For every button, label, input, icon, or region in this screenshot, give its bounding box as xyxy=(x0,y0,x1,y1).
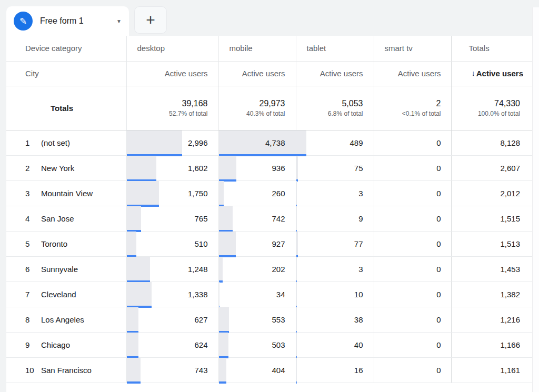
add-tab-button[interactable]: + xyxy=(134,6,167,34)
arrow-down-icon: ↓ xyxy=(472,69,475,77)
row-index: 10 xyxy=(6,366,41,375)
totals-cell-totals: 74,330100.0% of total xyxy=(452,86,539,130)
metric-value: 927 xyxy=(272,239,285,248)
metric-value: 16 xyxy=(354,366,363,375)
column-header-tablet[interactable]: tablet xyxy=(296,36,374,61)
metric-value: 0 xyxy=(436,164,441,173)
metric-value: 3 xyxy=(358,265,363,274)
metric-cell-totals: 1,515 xyxy=(452,206,539,231)
metric-cell-mobile: 34 xyxy=(218,282,296,307)
data-bar xyxy=(296,130,305,155)
table-row: 1(not set)2,9964,73848908,128 xyxy=(6,130,539,155)
data-bar xyxy=(127,358,141,383)
pencil-icon: ✎ xyxy=(14,12,33,31)
metric-value: 2,996 xyxy=(188,138,208,147)
metric-cell-smart_tv: 0 xyxy=(374,256,452,282)
metric-value: 1,338 xyxy=(188,290,208,299)
totals-value: 5,053 xyxy=(296,99,363,108)
metric-value: 489 xyxy=(350,138,363,147)
table-row: 2New York1,6029367502,607 xyxy=(6,155,539,180)
metric-value: 0 xyxy=(436,214,441,223)
dimension-header: Device category xyxy=(6,36,126,61)
metric-value: 1,382 xyxy=(500,290,520,299)
column-header-smart_tv[interactable]: smart tv xyxy=(374,36,452,61)
metric-value: 4,738 xyxy=(265,138,285,147)
city-cell: 7Cleveland xyxy=(6,282,126,307)
metric-value: 553 xyxy=(272,315,285,324)
metric-cell-tablet: 3 xyxy=(296,180,374,206)
metric-value: 1,515 xyxy=(500,214,520,223)
column-header-desktop[interactable]: desktop xyxy=(126,36,218,61)
metric-cell-smart_tv: 0 xyxy=(374,155,452,180)
metric-cell-totals: 8,128 xyxy=(452,130,539,155)
city-cell: 8Los Angeles xyxy=(6,307,126,332)
metric-header-mobile[interactable]: Active users xyxy=(218,61,296,86)
vertical-scrollbar[interactable] xyxy=(532,7,539,392)
city-cell: 4San Jose xyxy=(6,206,126,231)
totals-value: 29,973 xyxy=(219,99,285,108)
row-index: 9 xyxy=(6,340,41,349)
metric-cell-mobile: 503 xyxy=(218,332,296,357)
metric-cell-totals: 1,453 xyxy=(452,256,539,282)
city-name: Los Angeles xyxy=(41,315,84,324)
tab-strip: ✎ Free form 1 ▼ + xyxy=(0,0,539,36)
totals-value: 39,168 xyxy=(127,99,208,108)
metric-value: 75 xyxy=(354,164,363,173)
metric-value: 8,128 xyxy=(500,138,520,147)
table-row: 3Mountain View1,750260302,012 xyxy=(6,180,539,206)
metric-value: 1,602 xyxy=(188,164,208,173)
metric-cell-tablet: 40 xyxy=(296,332,374,357)
metric-cell-tablet: 75 xyxy=(296,155,374,180)
metric-cell-mobile: 260 xyxy=(218,180,296,206)
metric-cell-totals: 2,012 xyxy=(452,180,539,206)
row-index: 7 xyxy=(6,290,41,299)
totals-percent: 52.7% of total xyxy=(127,110,208,117)
data-bar xyxy=(127,181,159,206)
data-bar xyxy=(127,333,138,357)
metric-value: 34 xyxy=(276,290,285,299)
metric-cell-desktop: 624 xyxy=(126,332,218,357)
metric-cell-desktop: 627 xyxy=(126,307,218,332)
metric-header-tablet[interactable]: Active users xyxy=(296,61,374,86)
data-bar xyxy=(296,206,297,231)
city-name: Mountain View xyxy=(41,189,93,198)
metric-cell-smart_tv: 0 xyxy=(374,231,452,256)
metric-value: 0 xyxy=(436,366,441,375)
data-bar xyxy=(296,282,297,307)
metric-value: 1,513 xyxy=(500,239,520,248)
data-bar xyxy=(219,282,219,307)
metric-header-desktop[interactable]: Active users xyxy=(126,61,218,86)
data-bar xyxy=(127,130,182,155)
metric-value: 627 xyxy=(194,315,207,324)
column-header-totals[interactable]: Totals xyxy=(452,36,539,61)
tab-free-form-1[interactable]: ✎ Free form 1 ▼ xyxy=(6,6,129,36)
metric-value: 1,161 xyxy=(500,366,520,375)
metric-cell-desktop: 1,338 xyxy=(126,282,218,307)
metric-cell-tablet: 38 xyxy=(296,307,374,332)
row-index: 2 xyxy=(6,164,41,173)
data-bar xyxy=(296,333,297,357)
column-header-mobile[interactable]: mobile xyxy=(218,36,296,61)
metric-cell-mobile: 202 xyxy=(218,256,296,282)
metric-value: 0 xyxy=(436,239,441,248)
totals-cell-mobile: 29,97340.3% of total xyxy=(218,86,296,130)
data-bar xyxy=(127,232,136,256)
data-bar xyxy=(296,358,297,383)
data-bar xyxy=(219,206,233,231)
chevron-down-icon[interactable]: ▼ xyxy=(116,18,122,24)
table-row: 9Chicago6245034001,166 xyxy=(6,332,539,357)
metric-value: 510 xyxy=(194,239,207,248)
metric-header-totals[interactable]: ↓Active users xyxy=(452,61,539,86)
row-index: 4 xyxy=(6,214,41,223)
metric-cell-smart_tv: 0 xyxy=(374,130,452,155)
row-index: 6 xyxy=(6,265,41,274)
totals-value: 2 xyxy=(374,99,441,108)
data-bar xyxy=(127,307,138,332)
city-name: (not set) xyxy=(41,138,70,147)
metric-value: 742 xyxy=(272,214,285,223)
city-name: Chicago xyxy=(41,340,70,349)
metric-header-smart_tv[interactable]: Active users xyxy=(374,61,452,86)
metric-value: 1,166 xyxy=(500,340,520,349)
city-cell: 9Chicago xyxy=(6,332,126,357)
table-row: 5Toronto5109277701,513 xyxy=(6,231,539,256)
